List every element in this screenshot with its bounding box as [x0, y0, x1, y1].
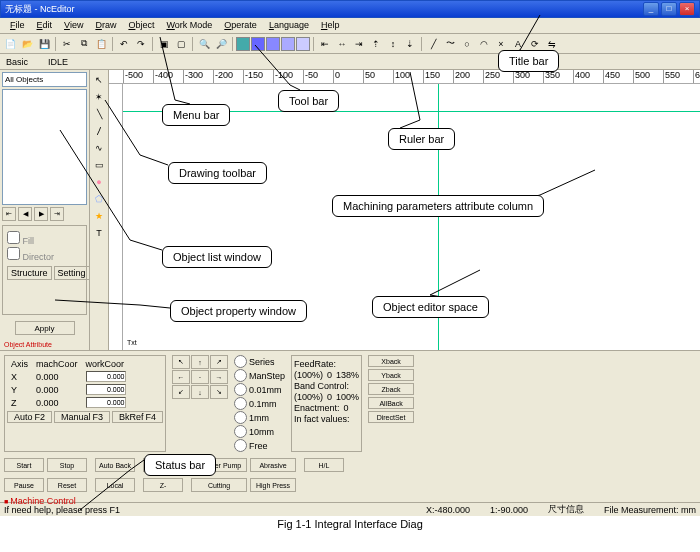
align-top-icon[interactable]: ⇡: [368, 36, 384, 52]
autoback-button[interactable]: Auto Back: [95, 458, 135, 472]
new-icon[interactable]: 📄: [2, 36, 18, 52]
local-button[interactable]: Local: [95, 478, 135, 492]
step-1-radio[interactable]: [234, 411, 247, 424]
align-middle-icon[interactable]: ↕: [385, 36, 401, 52]
minimize-button[interactable]: _: [643, 2, 659, 16]
jog-nw[interactable]: ↖: [172, 355, 190, 369]
open-icon[interactable]: 📂: [19, 36, 35, 52]
jog-s[interactable]: ↓: [191, 385, 209, 399]
circle-icon[interactable]: ○: [459, 36, 475, 52]
undo-icon[interactable]: ↶: [116, 36, 132, 52]
z-work-input[interactable]: [86, 397, 126, 408]
pause-button[interactable]: Pause: [4, 478, 44, 492]
cut-icon[interactable]: ✂: [59, 36, 75, 52]
color-swatch-5[interactable]: [296, 37, 310, 51]
align-center-icon[interactable]: ↔: [334, 36, 350, 52]
x-work-input[interactable]: [86, 371, 126, 382]
curve-icon[interactable]: 〜: [442, 36, 458, 52]
menu-view[interactable]: View: [58, 18, 89, 33]
all-objects-tab[interactable]: All Objects: [2, 72, 87, 87]
color-swatch-3[interactable]: [266, 37, 280, 51]
highpress-button[interactable]: High Press: [250, 478, 296, 492]
director-checkbox[interactable]: [7, 247, 20, 260]
line-icon[interactable]: ╱: [425, 36, 441, 52]
stop-button[interactable]: Stop: [47, 458, 87, 472]
pointer-icon[interactable]: ↖: [91, 72, 107, 88]
line-tool-icon[interactable]: ╲: [91, 106, 107, 122]
zoom-out-icon[interactable]: 🔎: [213, 36, 229, 52]
save-icon[interactable]: 💾: [36, 36, 52, 52]
text-tool-icon[interactable]: T: [91, 225, 107, 241]
align-bottom-icon[interactable]: ⇣: [402, 36, 418, 52]
structure-tab[interactable]: Structure: [7, 266, 52, 280]
polygon-icon[interactable]: ⬠: [91, 191, 107, 207]
rect-icon[interactable]: ▭: [91, 157, 107, 173]
move-first-button[interactable]: ⇤: [2, 207, 16, 221]
paste-icon[interactable]: 📋: [93, 36, 109, 52]
align-left-icon[interactable]: ⇤: [317, 36, 333, 52]
bkref-button[interactable]: BkRef F4: [112, 411, 163, 423]
auto-button[interactable]: Auto F2: [7, 411, 52, 423]
hl-button[interactable]: H/L: [304, 458, 344, 472]
color-swatch-1[interactable]: [236, 37, 250, 51]
zback-button[interactable]: Zback: [368, 383, 414, 395]
menu-operate[interactable]: Operate: [218, 18, 263, 33]
step-01-radio[interactable]: [234, 397, 247, 410]
jog-se[interactable]: ↘: [210, 385, 228, 399]
fill-checkbox[interactable]: [7, 231, 20, 244]
zoom-in-icon[interactable]: 🔍: [196, 36, 212, 52]
close-button[interactable]: ×: [679, 2, 695, 16]
color-swatch-4[interactable]: [281, 37, 295, 51]
move-next-button[interactable]: ▶: [34, 207, 48, 221]
maximize-button[interactable]: □: [661, 2, 677, 16]
move-last-button[interactable]: ⇥: [50, 207, 64, 221]
menu-edit[interactable]: Edit: [31, 18, 59, 33]
manual-button[interactable]: Manual F3: [54, 411, 110, 423]
apply-button[interactable]: Apply: [15, 321, 75, 335]
cutting-button[interactable]: Cutting: [191, 478, 247, 492]
step-manstep-radio[interactable]: [234, 369, 247, 382]
step-series-radio[interactable]: [234, 355, 247, 368]
yback-button[interactable]: Yback: [368, 369, 414, 381]
polyline-icon[interactable]: 〳: [91, 123, 107, 139]
step-free-radio[interactable]: [234, 439, 247, 452]
ungroup-icon[interactable]: ▢: [173, 36, 189, 52]
y-work-input[interactable]: [86, 384, 126, 395]
object-attribute-tab[interactable]: Object Attribute: [0, 339, 89, 350]
menu-object[interactable]: Object: [122, 18, 160, 33]
menu-file[interactable]: File: [4, 18, 31, 33]
title-bar: 无标题 - NcEditor _ □ ×: [0, 0, 700, 18]
jog-center[interactable]: ·: [191, 370, 209, 384]
align-right-icon[interactable]: ⇥: [351, 36, 367, 52]
allback-button[interactable]: AllBack: [368, 397, 414, 409]
redo-icon[interactable]: ↷: [133, 36, 149, 52]
star-icon[interactable]: ★: [91, 208, 107, 224]
move-prev-button[interactable]: ◀: [18, 207, 32, 221]
step-001-radio[interactable]: [234, 383, 247, 396]
arc-icon[interactable]: ◠: [476, 36, 492, 52]
menu-draw[interactable]: Draw: [89, 18, 122, 33]
jog-ne[interactable]: ↗: [210, 355, 228, 369]
copy-icon[interactable]: ⧉: [76, 36, 92, 52]
abrasive-button[interactable]: Abrasive: [250, 458, 296, 472]
curve-tool-icon[interactable]: ∿: [91, 140, 107, 156]
step-10-radio[interactable]: [234, 425, 247, 438]
menu-help[interactable]: Help: [315, 18, 346, 33]
directset-button[interactable]: DirectSet: [368, 411, 414, 423]
reset-button[interactable]: Reset: [47, 478, 87, 492]
node-icon[interactable]: ✶: [91, 89, 107, 105]
menu-workmode[interactable]: Work Mode: [160, 18, 218, 33]
setting-tab[interactable]: Setting: [54, 266, 90, 280]
jog-w[interactable]: ←: [172, 370, 190, 384]
jog-n[interactable]: ↑: [191, 355, 209, 369]
zminus-button[interactable]: Z-: [143, 478, 183, 492]
group-icon[interactable]: ▣: [156, 36, 172, 52]
start-button[interactable]: Start: [4, 458, 44, 472]
xback-button[interactable]: Xback: [368, 355, 414, 367]
color-swatch-2[interactable]: [251, 37, 265, 51]
menu-language[interactable]: Language: [263, 18, 315, 33]
object-list[interactable]: [2, 89, 87, 205]
ellipse-icon[interactable]: ●: [91, 174, 107, 190]
jog-sw[interactable]: ↙: [172, 385, 190, 399]
jog-e[interactable]: →: [210, 370, 228, 384]
